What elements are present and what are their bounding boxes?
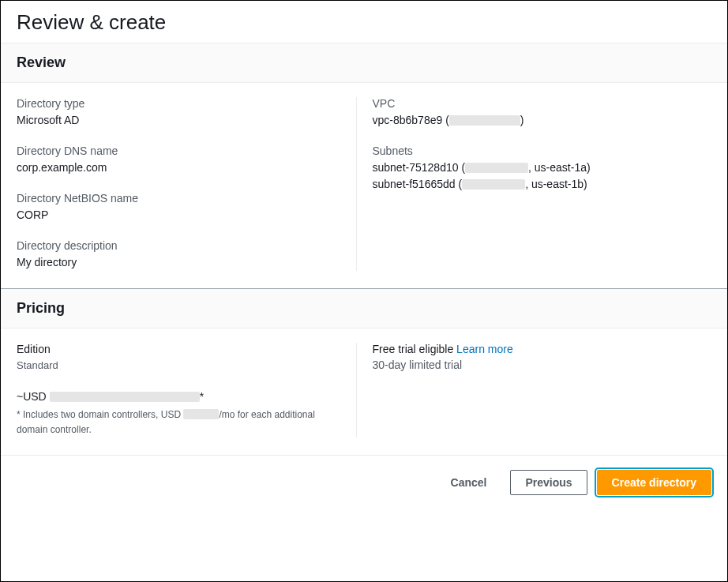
vpc-field: VPC vpc-8b6b78e9 ()	[373, 97, 696, 129]
create-directory-button[interactable]: Create directory	[597, 470, 711, 495]
directory-type-field: Directory type Microsoft AD	[17, 97, 340, 129]
subnet-1-suffix: , us-east-1a)	[528, 161, 591, 174]
footnote-a: * Includes two domain controllers, USD	[17, 409, 183, 420]
dns-name-label: Directory DNS name	[17, 145, 340, 157]
page-title: Review & create	[1, 1, 727, 43]
price-prefix: ~USD	[17, 390, 50, 403]
dns-name-field: Directory DNS name corp.example.com	[17, 145, 340, 176]
subnets-field: Subnets subnet-75128d10 (, us-east-1a) s…	[373, 145, 696, 193]
vpc-name-redacted	[449, 115, 520, 126]
edition-field: Edition Standard	[17, 343, 340, 374]
subnet-2-value: subnet-f51665dd (, us-east-1b)	[373, 176, 696, 193]
learn-more-link[interactable]: Learn more	[456, 343, 513, 355]
vpc-value: vpc-8b6b78e9 ()	[373, 112, 696, 129]
directory-type-value: Microsoft AD	[17, 112, 340, 129]
previous-button[interactable]: Previous	[510, 470, 587, 495]
price-footnote: * Includes two domain controllers, USD /…	[17, 407, 340, 437]
price-suffix: *	[200, 390, 204, 403]
price-redacted	[50, 392, 200, 402]
review-right-column: VPC vpc-8b6b78e9 () Subnets subnet-75128…	[356, 97, 712, 271]
pricing-left-column: Edition Standard ~USD * * Includes two d…	[17, 343, 356, 437]
trial-subtext: 30-day limited trial	[373, 359, 696, 371]
subnet-1-redacted	[465, 163, 528, 173]
directory-type-label: Directory type	[17, 97, 340, 110]
vpc-value-suffix: )	[520, 114, 524, 126]
netbios-field: Directory NetBIOS name CORP	[17, 192, 340, 223]
pricing-panel-title: Pricing	[17, 300, 711, 317]
subnets-label: Subnets	[373, 145, 696, 157]
action-bar: Cancel Previous Create directory	[1, 456, 727, 509]
review-panel-title: Review	[17, 54, 711, 71]
netbios-value: CORP	[17, 207, 340, 223]
subnet-1-value: subnet-75128d10 (, us-east-1a)	[373, 160, 696, 176]
description-value: My directory	[17, 254, 340, 271]
price-row: ~USD *	[17, 390, 340, 403]
vpc-label: VPC	[373, 97, 696, 110]
cancel-button[interactable]: Cancel	[437, 471, 501, 494]
subnet-2-prefix: subnet-f51665dd (	[373, 178, 463, 190]
description-field: Directory description My directory	[17, 239, 340, 271]
pricing-right-column: Free trial eligible Learn more 30-day li…	[356, 343, 712, 437]
dns-name-value: corp.example.com	[17, 160, 340, 176]
free-trial-text: Free trial eligible	[373, 343, 457, 355]
subnet-2-redacted	[462, 179, 525, 190]
edition-label: Edition	[17, 343, 340, 355]
description-label: Directory description	[17, 239, 340, 252]
review-left-column: Directory type Microsoft AD Directory DN…	[17, 97, 356, 271]
subnet-2-suffix: , us-east-1b)	[525, 178, 587, 190]
netbios-label: Directory NetBIOS name	[17, 192, 340, 205]
review-panel-header: Review	[1, 43, 727, 83]
footnote-price-redacted	[183, 409, 219, 419]
edition-value: Standard	[17, 358, 340, 374]
vpc-value-prefix: vpc-8b6b78e9 (	[373, 114, 449, 126]
pricing-panel: Pricing Edition Standard ~USD * * Includ…	[1, 289, 727, 455]
review-panel: Review Directory type Microsoft AD Direc…	[1, 43, 727, 288]
pricing-panel-header: Pricing	[1, 289, 727, 329]
free-trial-line: Free trial eligible Learn more	[373, 343, 696, 355]
subnet-1-prefix: subnet-75128d10 (	[373, 161, 466, 174]
